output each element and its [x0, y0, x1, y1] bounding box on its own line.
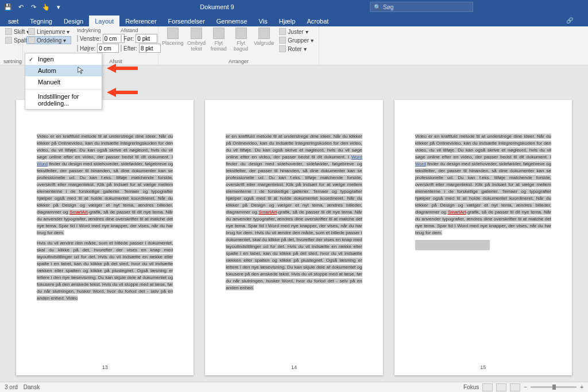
status-bar: 3 ord Dansk Fokus − +: [0, 382, 588, 392]
page-number: 13: [16, 364, 194, 371]
align-icon: [279, 28, 286, 35]
status-focus[interactable]: Fokus: [463, 384, 479, 390]
search-placeholder: Søg: [383, 4, 393, 10]
quick-access-toolbar: 💾 ↶ ↷ 👆 ▾: [0, 1, 64, 13]
selection-tail: [415, 240, 490, 250]
spacing-after-icon: [121, 45, 122, 52]
annotation-arrow-2: [107, 86, 138, 99]
group-page-setup-left: Skift ▾ Spalter ▾ sætning: [0, 26, 23, 65]
zoom-slider[interactable]: [531, 386, 577, 388]
dropdown-item-auto[interactable]: Autom: [25, 65, 102, 76]
page-14: er en kraftfuld metode til at understreg…: [205, 100, 382, 375]
indent-left-row: Venstre:: [77, 34, 117, 43]
spacing-heading: Afstand: [121, 28, 155, 33]
group-arrange-label: Arranger: [162, 59, 315, 65]
bring-forward-button[interactable]: Flyt fremad: [209, 28, 228, 52]
tab-drawing[interactable]: Tegning: [24, 15, 58, 26]
page-number: 14: [205, 364, 382, 371]
page-15: Video er en kraftfuld metode til at unde…: [394, 100, 572, 375]
cursor-icon: [77, 66, 85, 74]
redo-icon[interactable]: ↷: [28, 1, 39, 13]
page-13: Video er en kraftfuld metode til at unde…: [16, 100, 194, 375]
tab-mailings[interactable]: Forsendelser: [163, 15, 211, 26]
group-icon: [279, 37, 286, 44]
line-numbers-button[interactable]: Linjenumre ▾: [26, 28, 71, 36]
indent-right-row: Højre:: [77, 44, 117, 53]
dropdown-item-none[interactable]: Ingen: [25, 53, 102, 65]
touch-icon[interactable]: 👆: [40, 1, 52, 13]
spacing-after-input[interactable]: [139, 44, 161, 53]
title-bar: 💾 ↶ ↷ 👆 ▾ Dokument 9 🔍 Søg: [0, 0, 588, 14]
indent-left-icon: [77, 35, 78, 42]
spacing-before-icon: [121, 35, 122, 42]
backward-icon: [235, 28, 247, 39]
save-icon[interactable]: 💾: [2, 1, 14, 13]
indent-right-input[interactable]: [97, 44, 119, 53]
tab-help[interactable]: Hjælp: [273, 15, 301, 26]
page-number: 15: [394, 364, 572, 371]
document-area[interactable]: Video er en kraftfuld metode til at unde…: [0, 65, 588, 382]
spacing-before-input[interactable]: [136, 34, 157, 43]
position-button[interactable]: Placering: [162, 28, 184, 46]
qat-more-icon[interactable]: ▾: [53, 1, 64, 13]
view-print-layout-icon[interactable]: [482, 383, 493, 391]
annotation-arrow-1: [107, 62, 138, 75]
search-input[interactable]: 🔍 Søg: [370, 2, 473, 12]
group-page-setup-label: sætning: [3, 59, 19, 65]
tab-review[interactable]: Gennemse: [211, 15, 253, 26]
undo-icon[interactable]: ↶: [15, 1, 26, 13]
zoom-out-icon[interactable]: −: [524, 384, 527, 390]
tab-layout[interactable]: Layout: [89, 15, 119, 26]
group-button[interactable]: Grupper ▾: [277, 36, 315, 44]
ribbon-tabs: sæt Tegning Design Layout Referencer For…: [0, 14, 588, 26]
spacing-before-row: Før:: [121, 34, 155, 43]
hyphenation-dropdown: Ingen Autom Manuelt Indstillinger for or…: [25, 53, 102, 110]
status-language[interactable]: Dansk: [24, 384, 40, 390]
tab-acrobat[interactable]: Acrobat: [301, 15, 334, 26]
indent-heading: Indrykning: [77, 28, 117, 33]
rotate-icon: [279, 45, 286, 52]
wrap-icon: [191, 28, 202, 39]
spacing-after-row: Efter:: [121, 44, 155, 53]
dropdown-item-options[interactable]: Indstillinger for orddeling...: [25, 91, 102, 109]
search-icon: 🔍: [374, 4, 381, 10]
indent-right-icon: [77, 45, 78, 52]
group-arrange: Placering Ombryd tekst Flyt fremad Flyt …: [158, 26, 319, 65]
selection-pane-icon: [258, 28, 270, 39]
tab-design[interactable]: Design: [58, 15, 89, 26]
zoom-in-icon[interactable]: +: [580, 384, 583, 390]
zoom-thumb[interactable]: [552, 385, 556, 390]
dropdown-separator: [25, 89, 102, 90]
tab-insert[interactable]: sæt: [2, 15, 24, 26]
hyphenation-icon: [28, 37, 35, 44]
dropdown-item-manual[interactable]: Manuelt: [25, 76, 102, 88]
forward-icon: [213, 28, 225, 39]
position-icon: [167, 28, 179, 39]
line-numbers-icon: [28, 28, 35, 35]
columns-icon: [5, 37, 12, 44]
view-web-layout-icon[interactable]: [510, 383, 520, 391]
view-read-mode-icon[interactable]: [496, 383, 506, 391]
send-backward-button[interactable]: Flyt bagud: [231, 28, 250, 52]
breaks-icon: [5, 28, 12, 35]
selection-pane-button[interactable]: Valgrude: [254, 28, 274, 46]
wrap-text-button[interactable]: Ombryd tekst: [187, 28, 206, 52]
hyphenation-button[interactable]: Orddeling ▾: [26, 36, 71, 44]
document-title: Dokument 9: [64, 3, 370, 10]
tab-view[interactable]: Vis: [253, 15, 273, 26]
status-word-count[interactable]: 3 ord: [5, 384, 18, 390]
share-button[interactable]: 🔗 Del: [566, 17, 583, 24]
align-button[interactable]: Juster ▾: [277, 28, 315, 36]
tab-references[interactable]: Referencer: [119, 15, 162, 26]
rotate-button[interactable]: Roter ▾: [277, 45, 315, 53]
